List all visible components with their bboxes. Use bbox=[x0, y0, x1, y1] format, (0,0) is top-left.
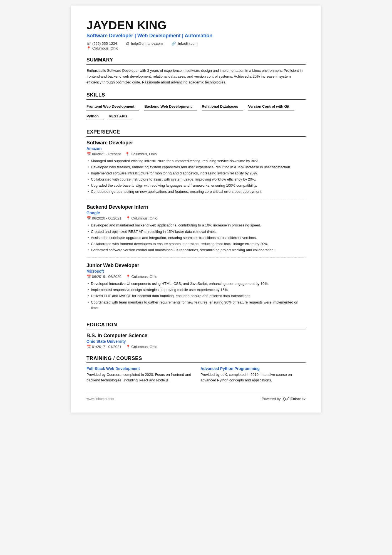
experience-section: EXPERIENCE Software DeveloperAmazon 📅 06… bbox=[86, 129, 306, 315]
training-item: Full-Stack Web DevelopmentProvided by Co… bbox=[86, 366, 192, 383]
job-location: 📍 Columbus, Ohio bbox=[126, 275, 157, 279]
training-section: TRAINING / COURSES Full-Stack Web Develo… bbox=[86, 356, 306, 383]
contact-row-1: ☏ (555) 555-1234 @ help@enhancv.com 🔗 li… bbox=[86, 41, 306, 46]
company-name: Google bbox=[86, 211, 306, 215]
job-meta: 📅 06/2020 - 06/2021 📍 Columbus, Ohio bbox=[86, 216, 306, 220]
email-contact: @ help@enhancv.com bbox=[126, 41, 163, 46]
calendar-icon: 📅 bbox=[86, 216, 91, 220]
job-location: 📍 Columbus, Ohio bbox=[126, 216, 157, 220]
job-title: Junior Web Developer bbox=[86, 263, 306, 268]
footer: www.enhancv.com Powered by ◇✓ Enhancv bbox=[86, 393, 306, 401]
edu-dates: 📅 01/2017 - 01/2021 bbox=[86, 345, 121, 349]
bullet-item: Managed and supported existing infrastru… bbox=[86, 158, 306, 164]
email-icon: @ bbox=[126, 41, 130, 46]
skills-list: Frontend Web DevelopmentBackend Web Deve… bbox=[86, 103, 306, 122]
location-icon: 📍 bbox=[126, 216, 130, 220]
phone-contact: ☏ (555) 555-1234 bbox=[86, 41, 117, 46]
experience-block: Backend Developer InternGoogle 📅 06/2020… bbox=[86, 204, 306, 258]
job-dates: 📅 06/2019 - 06/2020 bbox=[86, 275, 121, 279]
location-icon: 📍 bbox=[125, 152, 130, 156]
training-list: Full-Stack Web DevelopmentProvided by Co… bbox=[86, 366, 306, 383]
location-icon: 📍 bbox=[126, 275, 130, 279]
job-title: Software Developer bbox=[86, 140, 306, 146]
calendar-icon: 📅 bbox=[86, 275, 91, 279]
school-name: Ohio State University bbox=[86, 339, 306, 344]
brand-name: Enhancv bbox=[291, 397, 306, 401]
company-name: Amazon bbox=[86, 146, 306, 151]
skill-item: Frontend Web Development bbox=[86, 103, 139, 110]
location-icon: 📍 bbox=[86, 46, 91, 50]
experience-list: Software DeveloperAmazon 📅 06/2021 - Pre… bbox=[86, 140, 306, 315]
job-bullets: Developed interactive UI components usin… bbox=[86, 281, 306, 311]
bullet-item: Performed software version control and m… bbox=[86, 247, 306, 253]
resume-container: JAYDEN KING Software Developer | Web Dev… bbox=[71, 6, 321, 413]
skill-item: Version Control with Git bbox=[248, 103, 294, 110]
location-icon: 📍 bbox=[126, 345, 130, 349]
footer-brand: Powered by ◇✓ Enhancv bbox=[262, 396, 306, 401]
job-dates: 📅 06/2020 - 06/2021 bbox=[86, 216, 121, 220]
bullet-item: Created and optimized REST APIs, resulti… bbox=[86, 229, 306, 235]
bullet-item: Collaborated with course instructors to … bbox=[86, 177, 306, 182]
job-dates: 📅 06/2021 - Present bbox=[86, 152, 121, 156]
job-meta: 📅 06/2021 - Present 📍 Columbus, Ohio bbox=[86, 152, 306, 156]
skill-item: REST APIs bbox=[109, 113, 132, 120]
training-item: Advanced Python ProgrammingProvided by e… bbox=[200, 366, 306, 383]
education-heading: EDUCATION bbox=[86, 322, 306, 329]
degree-title: B.S. in Computer Science bbox=[86, 333, 306, 339]
bullet-item: Developed new features, enhancing system… bbox=[86, 164, 306, 170]
website-contact: 🔗 linkedin.com bbox=[172, 41, 197, 46]
bullet-item: Assisted in codebase upgrades and integr… bbox=[86, 235, 306, 241]
job-bullets: Developed and maintained backend web app… bbox=[86, 223, 306, 253]
experience-block: Software DeveloperAmazon 📅 06/2021 - Pre… bbox=[86, 140, 306, 199]
edu-location: 📍 Columbus, Ohio bbox=[126, 345, 157, 349]
job-location: 📍 Columbus, Ohio bbox=[125, 152, 157, 156]
website-url: linkedin.com bbox=[177, 41, 197, 46]
bullet-item: Developed and maintained backend web app… bbox=[86, 223, 306, 228]
summary-section: SUMMARY Enthusiastic Software Developer … bbox=[86, 57, 306, 85]
skill-item: Relational Databases bbox=[202, 103, 243, 110]
summary-text: Enthusiastic Software Developer with 3 y… bbox=[86, 68, 306, 85]
bullet-item: Implemented software infrastructure for … bbox=[86, 171, 306, 176]
job-meta: 📅 06/2019 - 06/2020 📍 Columbus, Ohio bbox=[86, 275, 306, 279]
enhancv-logo: ◇✓ Enhancv bbox=[282, 396, 306, 401]
bullet-item: Conducted rigorous testing on new applic… bbox=[86, 189, 306, 194]
candidate-title: Software Developer | Web Development | A… bbox=[86, 33, 306, 39]
experience-heading: EXPERIENCE bbox=[86, 129, 306, 137]
candidate-name: JAYDEN KING bbox=[86, 19, 306, 32]
phone-icon: ☏ bbox=[86, 41, 91, 46]
location-text: Columbus, Ohio bbox=[92, 46, 118, 50]
email-address: help@enhancv.com bbox=[131, 41, 163, 46]
course-title: Advanced Python Programming bbox=[200, 366, 306, 371]
training-heading: TRAINING / COURSES bbox=[86, 356, 306, 363]
skills-heading: SKILLS bbox=[86, 92, 306, 100]
footer-website: www.enhancv.com bbox=[86, 397, 114, 401]
skill-item: Backend Web Development bbox=[144, 103, 197, 110]
calendar-icon: 📅 bbox=[86, 152, 91, 156]
logo-icon: ◇✓ bbox=[282, 396, 289, 401]
experience-block: Junior Web DeveloperMicrosoft 📅 06/2019 … bbox=[86, 263, 306, 315]
bullet-item: Upgraded the code base to align with evo… bbox=[86, 183, 306, 188]
bullet-item: Coordinated with team members to gather … bbox=[86, 300, 306, 311]
bullet-item: Utilized PHP and MySQL for backend data … bbox=[86, 293, 306, 299]
summary-heading: SUMMARY bbox=[86, 57, 306, 65]
edu-meta: 📅 01/2017 - 01/2021 📍 Columbus, Ohio bbox=[86, 345, 306, 349]
job-title: Backend Developer Intern bbox=[86, 204, 306, 210]
header-section: JAYDEN KING Software Developer | Web Dev… bbox=[86, 19, 306, 50]
skills-section: SKILLS Frontend Web DevelopmentBackend W… bbox=[86, 92, 306, 122]
course-title: Full-Stack Web Development bbox=[86, 366, 192, 371]
skill-item: Python bbox=[86, 113, 104, 120]
course-description: Provided by Coursera, completed in 2020.… bbox=[86, 372, 192, 383]
powered-by-label: Powered by bbox=[262, 397, 281, 401]
location-contact: 📍 Columbus, Ohio bbox=[86, 46, 118, 50]
link-icon: 🔗 bbox=[172, 41, 176, 46]
education-section: EDUCATION B.S. in Computer Science Ohio … bbox=[86, 322, 306, 349]
education-block: B.S. in Computer Science Ohio State Univ… bbox=[86, 333, 306, 349]
bullet-item: Collaborated with frontend developers to… bbox=[86, 241, 306, 247]
education-list: B.S. in Computer Science Ohio State Univ… bbox=[86, 333, 306, 349]
calendar-icon: 📅 bbox=[86, 345, 91, 349]
contact-row-2: 📍 Columbus, Ohio bbox=[86, 46, 306, 50]
bullet-item: Developed interactive UI components usin… bbox=[86, 281, 306, 287]
bullet-item: Implemented responsive design strategies… bbox=[86, 287, 306, 293]
job-bullets: Managed and supported existing infrastru… bbox=[86, 158, 306, 195]
company-name: Microsoft bbox=[86, 269, 306, 273]
